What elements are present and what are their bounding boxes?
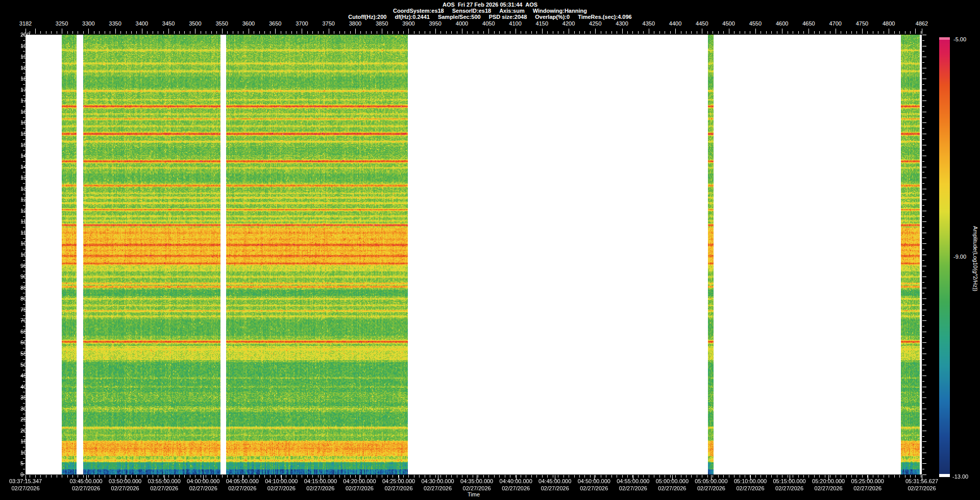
right-axis-tick bbox=[922, 332, 926, 332]
right-axis-tick bbox=[922, 35, 926, 35]
left-axis-tick bbox=[21, 189, 25, 189]
param-sensorid: SensorID:es18 bbox=[452, 8, 491, 14]
top-axis-tick bbox=[67, 31, 68, 34]
left-axis-minor-tick bbox=[23, 106, 25, 107]
bottom-axis-minor-tick bbox=[371, 475, 372, 478]
date-tick-label: 02/27/2026 bbox=[736, 485, 764, 491]
bottom-axis-minor-tick bbox=[105, 475, 105, 478]
top-axis-tick bbox=[803, 31, 804, 34]
right-axis-minor-tick bbox=[922, 249, 924, 249]
top-axis-tick bbox=[462, 29, 462, 34]
left-axis-tick bbox=[21, 68, 25, 68]
bottom-axis-minor-tick bbox=[740, 475, 740, 478]
left-axis-minor-tick bbox=[23, 238, 25, 239]
top-axis-tick bbox=[884, 31, 884, 34]
top-axis-tick-label: 4100 bbox=[509, 20, 521, 27]
top-axis-tick-label: 4700 bbox=[829, 20, 841, 27]
bottom-axis-minor-tick bbox=[542, 475, 543, 478]
bottom-axis-minor-tick bbox=[451, 475, 452, 478]
top-axis-tick bbox=[88, 29, 89, 34]
top-axis-tick bbox=[78, 31, 78, 34]
top-axis-tick bbox=[286, 31, 286, 34]
bottom-axis-minor-tick bbox=[723, 475, 724, 478]
bottom-axis-minor-tick bbox=[841, 475, 841, 478]
right-axis-minor-tick bbox=[922, 359, 924, 360]
left-axis-tick bbox=[21, 474, 25, 475]
right-axis-tick bbox=[922, 397, 926, 398]
top-axis-tick bbox=[798, 31, 799, 34]
bottom-axis-minor-tick bbox=[216, 475, 217, 478]
date-tick-label: 02/27/2026 bbox=[384, 485, 412, 491]
date-tick-label: 02/27/2026 bbox=[815, 485, 843, 491]
left-axis-minor-tick bbox=[23, 161, 25, 162]
right-axis-tick bbox=[922, 298, 926, 299]
top-axis-tick-label: 4550 bbox=[749, 20, 762, 27]
top-axis-tick bbox=[627, 31, 628, 34]
left-axis-minor-tick bbox=[23, 370, 25, 370]
bottom-axis-minor-tick bbox=[777, 475, 777, 478]
bottom-axis-minor-tick bbox=[675, 475, 676, 478]
right-axis-tick bbox=[922, 221, 926, 222]
top-axis-tick bbox=[894, 31, 895, 34]
top-axis-tick-label: 4600 bbox=[776, 20, 788, 27]
top-axis-tick bbox=[126, 31, 127, 34]
left-axis-minor-tick bbox=[23, 326, 25, 327]
right-axis-minor-tick bbox=[922, 304, 924, 305]
top-axis-tick-label: 3650 bbox=[269, 20, 281, 27]
top-axis-tick bbox=[846, 31, 847, 34]
top-axis-tick bbox=[446, 31, 447, 34]
top-axis-tick bbox=[190, 31, 190, 34]
bottom-axis-minor-tick bbox=[425, 475, 425, 478]
right-axis-tick bbox=[922, 277, 926, 277]
bottom-axis-minor-tick bbox=[147, 475, 148, 478]
right-axis-minor-tick bbox=[922, 84, 924, 85]
top-axis-tick bbox=[323, 31, 324, 34]
top-axis-tick bbox=[57, 31, 57, 34]
spectrogram-canvas[interactable] bbox=[26, 35, 922, 474]
left-axis-minor-tick bbox=[23, 172, 25, 172]
bottom-axis-minor-tick bbox=[345, 475, 345, 478]
left-axis-tick bbox=[21, 134, 25, 134]
bottom-axis-minor-tick bbox=[440, 475, 441, 478]
top-axis-tick bbox=[713, 31, 713, 34]
bottom-axis-minor-tick bbox=[894, 475, 895, 478]
top-axis-tick bbox=[729, 29, 729, 34]
param-overlap: Overlap(%):0 bbox=[535, 14, 570, 20]
top-axis-tick-label: 4200 bbox=[562, 20, 575, 27]
time-tick-label: 04:10:00.000 bbox=[265, 478, 298, 484]
left-axis-tick bbox=[21, 57, 25, 57]
top-axis-tick-label: 4300 bbox=[616, 20, 628, 27]
left-axis-minor-tick bbox=[23, 139, 25, 140]
top-axis-tick bbox=[227, 31, 228, 34]
top-axis-tick bbox=[606, 31, 606, 34]
date-tick-label: 02/27/2026 bbox=[908, 485, 936, 491]
param-axis: Axis:sum bbox=[499, 8, 525, 14]
top-axis-tick-label: 3450 bbox=[162, 20, 175, 27]
bottom-axis-minor-tick bbox=[697, 475, 697, 478]
bottom-axis-minor-tick bbox=[553, 475, 553, 478]
date-tick-label: 02/27/2026 bbox=[150, 485, 178, 491]
left-axis-tick bbox=[21, 46, 25, 46]
top-axis-tick bbox=[158, 31, 158, 34]
right-axis-minor-tick bbox=[922, 326, 924, 327]
bottom-axis-minor-tick bbox=[665, 475, 665, 478]
bottom-axis-minor-tick bbox=[72, 475, 73, 478]
top-axis-tick bbox=[249, 29, 249, 34]
bottom-axis-minor-tick bbox=[153, 475, 153, 478]
bottom-axis-minor-tick bbox=[457, 475, 457, 478]
top-axis-tick bbox=[899, 31, 900, 34]
bottom-axis-minor-tick bbox=[211, 475, 212, 478]
top-axis-tick bbox=[777, 31, 777, 34]
top-axis-tick-label: 3600 bbox=[242, 20, 255, 27]
left-axis-minor-tick bbox=[23, 84, 25, 85]
top-axis-tick bbox=[574, 31, 575, 34]
bottom-axis-minor-tick bbox=[814, 475, 815, 478]
param-windowing: Windowing:Hanning bbox=[533, 8, 587, 14]
left-axis-minor-tick bbox=[23, 403, 25, 404]
left-axis-tick bbox=[21, 453, 25, 453]
top-axis-tick bbox=[681, 31, 681, 34]
top-axis-tick-label: 4350 bbox=[643, 20, 655, 27]
top-axis-tick-label: 3550 bbox=[215, 20, 228, 27]
top-axis-tick-label: 3700 bbox=[296, 20, 308, 27]
bottom-axis-minor-tick bbox=[579, 475, 580, 478]
